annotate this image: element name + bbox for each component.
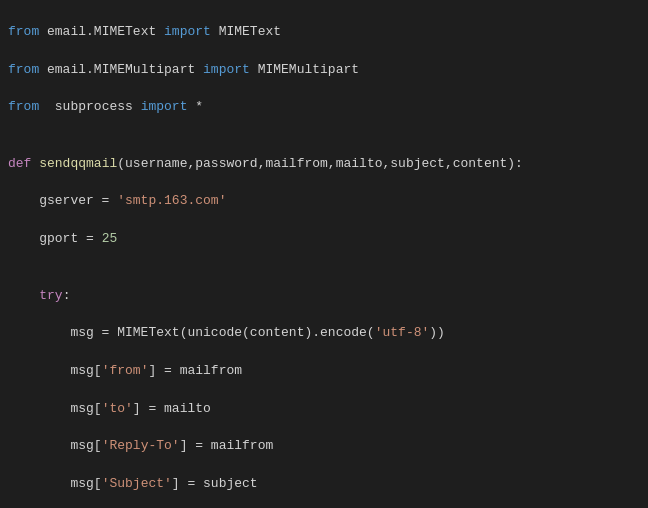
code-line-10: msg = MIMEText(unicode(content).encode('…: [8, 324, 640, 343]
code-line-5: def sendqqmail(username,password,mailfro…: [8, 155, 640, 174]
code-editor: from email.MIMEText import MIMEText from…: [0, 0, 648, 508]
code-line-7: gport = 25: [8, 230, 640, 249]
code-line-2: from email.MIMEMultipart import MIMEMult…: [8, 61, 640, 80]
code-line-11: msg['from'] = mailfrom: [8, 362, 640, 381]
code-line-1: from email.MIMEText import MIMEText: [8, 23, 640, 42]
code-line-12: msg['to'] = mailto: [8, 400, 640, 419]
code-line-13: msg['Reply-To'] = mailfrom: [8, 437, 640, 456]
code-line-6: gserver = 'smtp.163.com': [8, 192, 640, 211]
code-line-3: from subprocess import *: [8, 98, 640, 117]
code-line-14: msg['Subject'] = subject: [8, 475, 640, 494]
code-line-9: try:: [8, 287, 640, 306]
